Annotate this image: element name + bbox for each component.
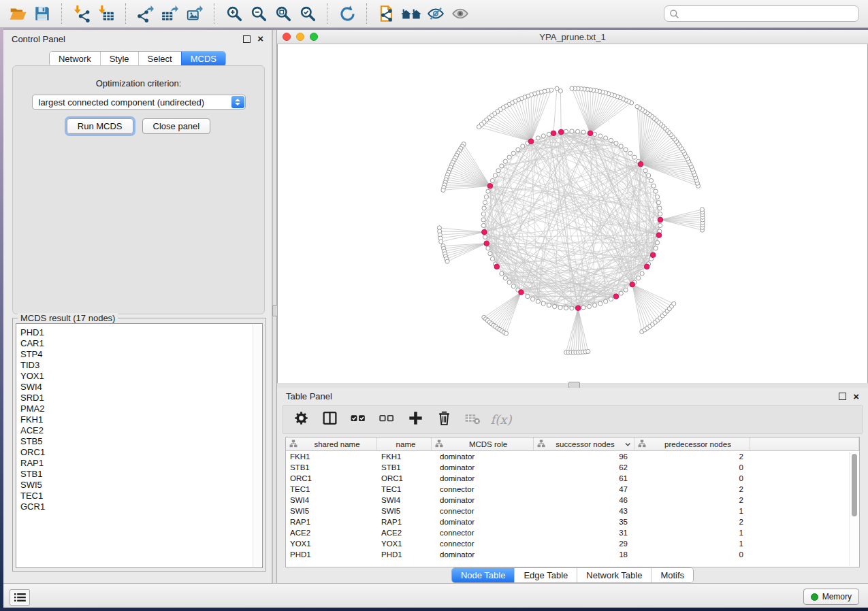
table-panel-title: Table Panel	[286, 391, 332, 401]
mcds-result-item[interactable]: ORC1	[20, 447, 262, 458]
mcds-result-item[interactable]: YOX1	[20, 371, 262, 382]
table-cell: RAP1	[377, 516, 432, 527]
table-cell: 2	[634, 484, 750, 495]
open-file-button[interactable]	[5, 3, 30, 24]
table-cell: ORC1	[286, 473, 377, 484]
mcds-result-item[interactable]: SWI5	[20, 480, 262, 491]
double-home-button[interactable]	[399, 3, 423, 24]
table-row[interactable]: PHD1PHD1dominator180	[286, 549, 859, 560]
close-panel-button[interactable]: Close panel	[142, 118, 211, 134]
export-table-button[interactable]	[158, 3, 182, 24]
mcds-result-item[interactable]: ACE2	[20, 425, 262, 436]
table-cell: 35	[534, 516, 634, 527]
import-network-icon	[73, 5, 91, 22]
float-panel-icon[interactable]	[243, 35, 251, 43]
mcds-result-item[interactable]: STB1	[20, 469, 262, 480]
horizontal-splitter[interactable]	[277, 383, 868, 388]
mcds-result-item[interactable]: PHD1	[20, 327, 262, 338]
run-mcds-button[interactable]: Run MCDS	[67, 118, 133, 134]
mcds-result-item[interactable]: TID3	[20, 360, 262, 371]
table-cell: 1	[634, 538, 750, 549]
import-table-button[interactable]	[94, 3, 118, 24]
deselect-all-checkboxes-button[interactable]	[377, 410, 396, 429]
optimization-criterion-select[interactable]: largest connected component (undirected)	[32, 95, 246, 110]
table-cell: 18	[534, 549, 634, 560]
tab-mcds[interactable]: MCDS	[181, 52, 225, 66]
add-column-button[interactable]	[406, 410, 425, 429]
delete-column-button[interactable]	[434, 410, 453, 429]
table-row[interactable]: ACE2ACE2connector311	[286, 527, 859, 538]
table-row[interactable]: YOX1YOX1connector291	[286, 538, 859, 549]
open-file-icon	[9, 5, 27, 22]
tab-network[interactable]: Network	[50, 52, 100, 66]
network-graph[interactable]	[278, 44, 867, 383]
node-table: shared namenameMCDS rolesuccessor nodesp…	[285, 437, 860, 567]
table-cell: 1	[634, 506, 750, 516]
float-table-panel-icon[interactable]	[839, 393, 846, 400]
export-table-icon	[161, 5, 179, 22]
save-session-button[interactable]	[30, 3, 54, 24]
export-network-button[interactable]	[133, 3, 158, 24]
mcds-result-item[interactable]: CAR1	[20, 338, 262, 349]
zoom-fit-button[interactable]	[271, 3, 295, 24]
search-box[interactable]	[664, 5, 859, 22]
mcds-result-item[interactable]: GCR1	[20, 501, 262, 512]
tab-motifs[interactable]: Motifs	[651, 568, 693, 582]
search-input[interactable]	[683, 8, 854, 19]
table-row[interactable]: TEC1TEC1connector472	[286, 484, 859, 495]
double-home-icon	[401, 5, 421, 22]
eye-button[interactable]	[448, 3, 472, 24]
table-cell: connector	[432, 506, 534, 516]
import-network-button[interactable]	[69, 3, 94, 24]
table-cell: dominator	[432, 473, 534, 484]
table-row[interactable]: STB1STB1dominator620	[286, 462, 859, 473]
memory-button[interactable]: Memory	[803, 589, 859, 605]
tab-select[interactable]: Select	[138, 52, 181, 66]
zoom-selected-button[interactable]	[295, 3, 320, 24]
column-header-successor-nodes[interactable]: successor nodes	[534, 437, 634, 451]
column-header-predecessor-nodes[interactable]: predecessor nodes	[634, 437, 750, 451]
table-row[interactable]: RAP1RAP1dominator352	[286, 516, 859, 527]
network-from-document-button[interactable]	[374, 3, 399, 24]
export-image-button[interactable]	[182, 3, 207, 24]
refresh-layout-button[interactable]	[335, 3, 359, 24]
close-table-panel-icon[interactable]: ×	[853, 393, 859, 400]
network-canvas[interactable]	[277, 44, 868, 383]
vertical-splitter[interactable]	[272, 30, 277, 583]
mcds-result-item[interactable]: PMA2	[20, 403, 262, 414]
table-scrollbar-thumb[interactable]	[852, 454, 857, 516]
table-row[interactable]: FKH1FKH1dominator962	[286, 451, 859, 462]
settings-gear-button[interactable]	[291, 410, 310, 429]
list-scrollbar[interactable]	[253, 325, 261, 567]
task-history-button[interactable]	[10, 589, 30, 606]
close-panel-icon[interactable]: ×	[257, 35, 263, 42]
table-panel-header: Table Panel ×	[277, 388, 868, 405]
table-cell: STB1	[286, 462, 377, 473]
table-cell: 0	[634, 549, 750, 560]
table-row[interactable]: SWI4SWI4dominator462	[286, 495, 859, 506]
column-header-shared-name[interactable]: shared name	[286, 437, 377, 451]
table-cell	[750, 516, 859, 527]
mcds-result-item[interactable]: SRD1	[20, 393, 262, 403]
table-row[interactable]: SWI5SWI5connector431	[286, 506, 859, 516]
tab-edge-table[interactable]: Edge Table	[514, 568, 577, 582]
zoom-out-button[interactable]	[246, 3, 271, 24]
mcds-result-item[interactable]: STB5	[20, 436, 262, 447]
mcds-result-item[interactable]: TEC1	[20, 491, 262, 501]
table-row[interactable]: ORC1ORC1dominator610	[286, 473, 859, 484]
tab-style[interactable]: Style	[100, 52, 138, 66]
tab-node-table[interactable]: Node Table	[452, 568, 515, 582]
select-all-checkboxes-button[interactable]	[349, 410, 368, 429]
column-type-icon	[537, 440, 545, 449]
eye-slash-button[interactable]	[423, 3, 448, 24]
mcds-panel: Optimization criterion: largest connecte…	[12, 65, 265, 314]
column-header-name[interactable]: name	[377, 437, 432, 451]
mcds-result-item[interactable]: FKH1	[20, 414, 262, 425]
mcds-result-item[interactable]: SWI4	[20, 382, 262, 393]
tab-network-table[interactable]: Network Table	[577, 568, 651, 582]
zoom-in-button[interactable]	[222, 3, 246, 24]
column-selector-button[interactable]	[320, 410, 339, 429]
mcds-result-item[interactable]: RAP1	[20, 458, 262, 469]
column-header-mcds-role[interactable]: MCDS role	[432, 437, 534, 451]
mcds-result-item[interactable]: STP4	[20, 349, 262, 360]
